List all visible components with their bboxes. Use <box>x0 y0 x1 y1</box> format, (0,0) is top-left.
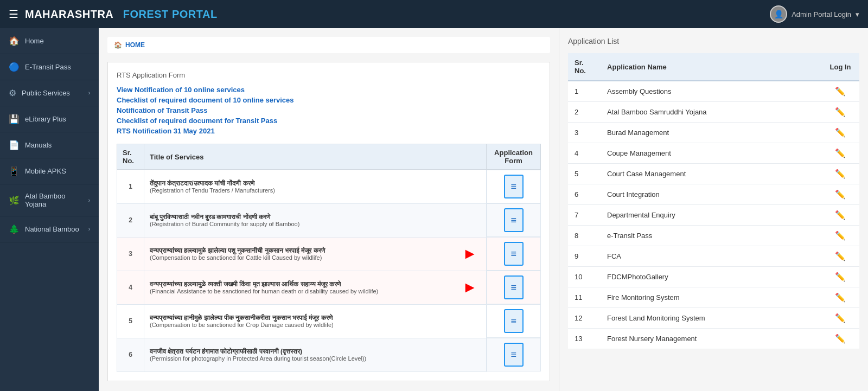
rts-title: RTS Application Form <box>117 71 541 79</box>
chevron-icon-national-bamboo: › <box>88 226 90 232</box>
admin-portal-label[interactable]: Admin Portal Login <box>792 10 851 18</box>
login-icon[interactable]: ✏️ <box>835 210 846 220</box>
sidebar-item-atal-bamboo[interactable]: 🌿 Atal Bamboo Yojana › <box>0 184 99 216</box>
login-icon[interactable]: ✏️ <box>835 149 846 158</box>
app-row-sr: 1 <box>568 81 601 102</box>
sidebar-item-public-services[interactable]: ⚙ Public Services › <box>0 80 99 106</box>
login-icon[interactable]: ✏️ <box>835 87 846 96</box>
sidebar-label-home: Home <box>25 37 44 45</box>
app-row-login[interactable]: ✏️ <box>821 267 859 287</box>
app-row-login[interactable]: ✏️ <box>821 184 859 205</box>
sidebar-label-manuals: Manuals <box>25 141 52 149</box>
national-bamboo-icon: 🌲 <box>9 224 20 234</box>
sidebar-item-national-bamboo[interactable]: 🌲 National Bamboo › <box>0 216 99 242</box>
app-row-login[interactable]: ✏️ <box>821 287 859 308</box>
app-row-login[interactable]: ✏️ <box>821 81 859 102</box>
app-row-name: Forest Land Monitoring System <box>601 308 821 329</box>
red-arrow-icon: ► <box>462 279 477 296</box>
app-form-icon[interactable] <box>487 170 541 203</box>
home-icon: 🏠 <box>9 36 20 46</box>
rts-link[interactable]: Notification of Transit Pass <box>117 106 541 114</box>
document-icon[interactable] <box>504 275 524 299</box>
app-row-login[interactable]: ✏️ <box>821 164 859 184</box>
app-form-icon[interactable] <box>487 203 541 237</box>
sidebar-item-manuals[interactable]: 📄 Manuals <box>0 132 99 158</box>
row-sr: 5 <box>117 304 144 338</box>
app-row-login[interactable]: ✏️ <box>821 102 859 123</box>
red-arrow-icon: ► <box>462 245 477 262</box>
mobile-apks-icon: 📱 <box>9 166 20 176</box>
app-row-sr: 13 <box>568 329 601 349</box>
app-form-icon[interactable] <box>487 338 541 371</box>
home-icon: 🏠 <box>114 41 122 49</box>
table-row: 4 वन्यप्राण्यांच्या हल्ल्यामुळे व्यक्ती … <box>117 271 541 304</box>
document-icon[interactable] <box>504 208 524 232</box>
document-icon[interactable] <box>504 242 524 266</box>
list-item: 10 FDCMPhotoGallery ✏️ <box>568 267 859 287</box>
app-row-login[interactable]: ✏️ <box>821 329 859 349</box>
app-list-title: Application List <box>568 37 859 46</box>
app-row-name: Forest Nursery Management <box>601 329 821 349</box>
list-item: 1 Assembly Questions ✏️ <box>568 81 859 102</box>
app-row-sr: 11 <box>568 287 601 308</box>
rts-link[interactable]: Checklist of required document for Trans… <box>117 117 541 125</box>
list-item: 9 FCA ✏️ <box>568 246 859 267</box>
rts-link[interactable]: View Notification of 10 online services <box>117 86 541 94</box>
admin-avatar: 👤 <box>770 5 787 23</box>
hamburger-icon[interactable]: ☰ <box>9 8 18 21</box>
chevron-icon-atal-bamboo: › <box>88 197 90 203</box>
app-row-login[interactable]: ✏️ <box>821 246 859 267</box>
app-row-login[interactable]: ✏️ <box>821 143 859 164</box>
app-row-name: FCA <box>601 246 821 267</box>
app-form-icon[interactable] <box>487 237 541 271</box>
app-row-login[interactable]: ✏️ <box>821 308 859 329</box>
login-icon[interactable]: ✏️ <box>835 128 846 137</box>
login-icon[interactable]: ✏️ <box>835 231 846 240</box>
service-english: (Compensation to be sanctioned for Cattl… <box>150 254 462 261</box>
sidebar-item-mobile-apks[interactable]: 📱 Mobile APKS <box>0 158 99 184</box>
app-row-login[interactable]: ✏️ <box>821 123 859 143</box>
app-form-icon[interactable] <box>487 271 541 304</box>
sidebar: 🏠 Home 🔵 E-Transit Pass ⚙ Public Service… <box>0 28 99 391</box>
login-icon[interactable]: ✏️ <box>835 313 846 323</box>
document-icon[interactable] <box>504 309 524 333</box>
rts-link[interactable]: RTS Notification 31 May 2021 <box>117 127 541 135</box>
app-row-name: Burad Management <box>601 123 821 143</box>
table-row: 2 बांबू पुरविण्यासाठी नवीन बुरड कामगाराच… <box>117 203 541 237</box>
service-english: (Compensation to be sanctioned for Crop … <box>150 322 481 328</box>
login-icon[interactable]: ✏️ <box>835 272 846 281</box>
service-english: (Registration of Burad Community for sup… <box>150 221 481 227</box>
app-row-login[interactable]: ✏️ <box>821 226 859 246</box>
document-icon[interactable] <box>504 343 524 367</box>
sidebar-item-elibrary[interactable]: 💾 eLibrary Plus <box>0 106 99 132</box>
app-th-sr: Sr. No. <box>568 53 601 81</box>
service-marathi: बांबू पुरविण्यासाठी नवीन बुरड कामगाराची … <box>150 213 481 221</box>
breadcrumb-label[interactable]: HOME <box>125 41 145 49</box>
list-item: 6 Court Integration ✏️ <box>568 184 859 205</box>
login-icon[interactable]: ✏️ <box>835 107 846 117</box>
elibrary-icon: 💾 <box>9 114 20 124</box>
app-form-icon[interactable] <box>487 304 541 338</box>
admin-dropdown-icon[interactable]: ▾ <box>856 10 859 18</box>
app-row-sr: 12 <box>568 308 601 329</box>
sidebar-item-home[interactable]: 🏠 Home <box>0 28 99 54</box>
rts-link[interactable]: Checklist of required document of 10 onl… <box>117 96 541 104</box>
app-row-sr: 6 <box>568 184 601 205</box>
right-panel: Application List Sr. No. Application Nam… <box>559 28 868 391</box>
login-icon[interactable]: ✏️ <box>835 169 846 178</box>
app-row-sr: 10 <box>568 267 601 287</box>
row-sr: 1 <box>117 170 144 204</box>
sidebar-label-e-transit: E-Transit Pass <box>25 63 71 71</box>
sidebar-item-e-transit[interactable]: 🔵 E-Transit Pass <box>0 54 99 80</box>
login-icon[interactable]: ✏️ <box>835 190 846 199</box>
login-icon[interactable]: ✏️ <box>835 334 846 343</box>
atal-bamboo-icon: 🌿 <box>9 195 20 206</box>
document-icon[interactable] <box>504 175 524 198</box>
service-marathi: वनजीव क्षेत्रात पर्यटन हंगामात फोटोग्राफ… <box>150 348 481 355</box>
sidebar-label-national-bamboo: National Bamboo <box>25 225 79 233</box>
service-marathi: वन्यप्राण्यांच्या हल्ल्यामुळे झालेल्या प… <box>150 247 462 254</box>
login-icon[interactable]: ✏️ <box>835 293 846 302</box>
app-row-login[interactable]: ✏️ <box>821 205 859 226</box>
services-table: Sr. No. Title of Services Application Fo… <box>117 144 541 372</box>
login-icon[interactable]: ✏️ <box>835 252 846 261</box>
